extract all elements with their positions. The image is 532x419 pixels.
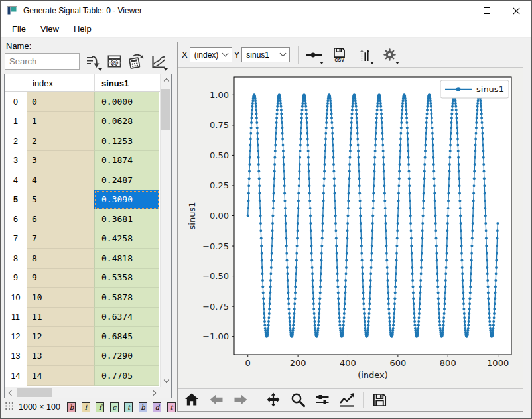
- table-corner[interactable]: [5, 74, 27, 91]
- cell-sinus1[interactable]: 0.0628: [94, 112, 159, 132]
- table-attributes-button[interactable]: @: [104, 51, 125, 72]
- row-header[interactable]: 10: [5, 288, 27, 308]
- scroll-right-button[interactable]: [149, 387, 160, 398]
- type-badges: bifctbdt: [62, 402, 176, 412]
- menu-help[interactable]: Help: [66, 21, 99, 38]
- menu-file[interactable]: File: [5, 21, 33, 38]
- goto-row-button[interactable]: [82, 51, 103, 72]
- cell-sinus1[interactable]: 0.3090: [94, 190, 159, 210]
- maximize-button[interactable]: [472, 1, 501, 21]
- subplots-button[interactable]: [314, 390, 331, 409]
- y-axis-select[interactable]: sinus1: [241, 47, 290, 62]
- cell-sinus1[interactable]: 0.1253: [94, 131, 159, 151]
- horizontal-scrollbar[interactable]: [5, 387, 160, 398]
- svg-text:−0.50: −0.50: [202, 271, 229, 281]
- cell-sinus1[interactable]: 0.2487: [94, 170, 159, 190]
- cell-sinus1[interactable]: 0.7290: [94, 347, 159, 367]
- settings-gear-button[interactable]: [379, 44, 400, 65]
- row-header[interactable]: 0: [5, 92, 27, 112]
- x-axis-select[interactable]: (index): [190, 47, 232, 62]
- goto-row-icon: [85, 54, 101, 70]
- vertical-scroll-thumb[interactable]: [161, 89, 170, 130]
- status-bar: 1000 × 100 bifctbdt: [5, 400, 172, 414]
- cell-index[interactable]: 6: [27, 210, 94, 229]
- calculator-button[interactable]: [126, 51, 147, 72]
- line-marker-button[interactable]: [304, 44, 324, 65]
- histogram-button[interactable]: [354, 44, 375, 65]
- row-header[interactable]: 5: [5, 190, 27, 210]
- row-header[interactable]: 11: [5, 308, 27, 328]
- table-row: 660.3681: [5, 210, 160, 229]
- cell-sinus1[interactable]: 0.3681: [94, 210, 159, 229]
- minimize-button[interactable]: [442, 1, 472, 21]
- cell-sinus1[interactable]: 0.4258: [94, 229, 159, 249]
- zoom-button[interactable]: [289, 390, 306, 409]
- vertical-scrollbar[interactable]: [160, 74, 171, 387]
- back-button[interactable]: [208, 390, 225, 409]
- row-header[interactable]: 9: [5, 269, 27, 288]
- row-header[interactable]: 2: [5, 131, 27, 151]
- cell-sinus1[interactable]: 0.4818: [94, 249, 159, 269]
- cell-sinus1[interactable]: 0.7705: [94, 366, 159, 386]
- forward-button[interactable]: [232, 390, 249, 409]
- cell-sinus1[interactable]: 0.6374: [94, 308, 159, 328]
- cell-sinus1[interactable]: 0.0000: [94, 92, 159, 112]
- close-button[interactable]: [501, 1, 531, 21]
- plot-button[interactable]: [148, 51, 168, 72]
- home-button[interactable]: [183, 390, 200, 409]
- cell-index[interactable]: 12: [27, 327, 94, 347]
- save-button[interactable]: [371, 390, 388, 409]
- y-axis-selected-value: sinus1: [246, 50, 269, 60]
- row-header[interactable]: 14: [5, 366, 27, 386]
- column-header-sinus1[interactable]: sinus1: [94, 74, 159, 91]
- pan-button[interactable]: [265, 390, 282, 409]
- cell-index[interactable]: 9: [27, 269, 94, 288]
- chevron-left-icon: [9, 390, 14, 395]
- cell-index[interactable]: 14: [27, 366, 94, 386]
- svg-text:−0.75: −0.75: [202, 302, 229, 312]
- svg-text:1.00: 1.00: [210, 90, 229, 100]
- row-header[interactable]: 1: [5, 112, 27, 132]
- customize-button[interactable]: [338, 390, 356, 409]
- histogram-icon: [358, 48, 371, 62]
- row-header[interactable]: 12: [5, 327, 27, 347]
- cell-index[interactable]: 7: [27, 229, 94, 249]
- export-csv-button[interactable]: CSV: [329, 44, 350, 65]
- cell-sinus1[interactable]: 0.5358: [94, 269, 159, 288]
- chevron-down-icon: [222, 50, 228, 57]
- cell-sinus1[interactable]: 0.1874: [94, 151, 159, 171]
- scroll-up-button[interactable]: [161, 74, 172, 86]
- chevron-up-icon: [163, 78, 168, 84]
- cell-index[interactable]: 0: [27, 92, 94, 112]
- cell-index[interactable]: 11: [27, 308, 94, 328]
- cell-index[interactable]: 13: [27, 347, 94, 367]
- plot-canvas[interactable]: 02004006008001000−1.00−0.75−0.50−0.250.0…: [178, 68, 523, 388]
- horizontal-scroll-thumb[interactable]: [17, 388, 52, 397]
- row-header[interactable]: 8: [5, 249, 27, 269]
- cell-index[interactable]: 4: [27, 170, 94, 190]
- row-header[interactable]: 6: [5, 210, 27, 229]
- signal-table: index sinus1 000.0000110.0628220.1253330…: [4, 74, 172, 398]
- chevron-down-icon: [163, 377, 168, 383]
- scroll-left-button[interactable]: [5, 387, 16, 398]
- row-header[interactable]: 4: [5, 170, 27, 190]
- cell-index[interactable]: 3: [27, 151, 94, 171]
- cell-index[interactable]: 1: [27, 112, 94, 132]
- row-header[interactable]: 3: [5, 151, 27, 171]
- forward-icon: [233, 392, 249, 408]
- menu-view[interactable]: View: [33, 21, 66, 38]
- dropdown-caret-icon: [164, 68, 168, 71]
- cell-sinus1[interactable]: 0.6845: [94, 327, 159, 347]
- cell-index[interactable]: 10: [27, 288, 94, 308]
- cell-sinus1[interactable]: 0.5878: [94, 288, 159, 308]
- search-input[interactable]: [5, 53, 80, 70]
- row-header[interactable]: 7: [5, 229, 27, 249]
- scroll-down-button[interactable]: [161, 375, 172, 387]
- svg-text:sinus1: sinus1: [476, 84, 504, 94]
- column-header-index[interactable]: index: [27, 74, 94, 91]
- cell-index[interactable]: 5: [27, 190, 94, 210]
- dropdown-caret-icon: [320, 62, 324, 64]
- row-header[interactable]: 13: [5, 347, 27, 367]
- cell-index[interactable]: 8: [27, 249, 94, 269]
- cell-index[interactable]: 2: [27, 131, 94, 151]
